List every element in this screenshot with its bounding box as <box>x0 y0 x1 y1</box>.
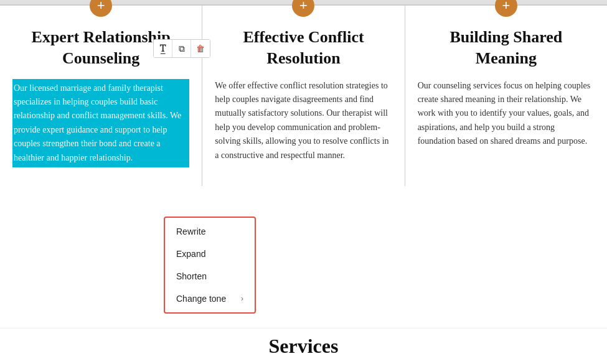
context-menu-item-change-tone[interactable]: Change tone › <box>165 287 255 310</box>
services-title: Services <box>6 335 601 358</box>
context-menu-item-shorten[interactable]: Shorten <box>165 265 255 287</box>
services-section: Services <box>0 328 607 364</box>
column-conflict: + Effective ConflictResolution We offer … <box>202 6 405 186</box>
change-tone-arrow-icon: › <box>241 294 243 303</box>
add-button-meaning[interactable]: + <box>495 0 517 17</box>
copy-button[interactable]: ⧉ <box>172 40 191 57</box>
column-text-conflict: We offer effective conflict resolution s… <box>215 79 392 162</box>
text-toolbar: T̲ ⧉ 🗑 <box>153 39 210 58</box>
delete-icon: 🗑 <box>196 44 205 54</box>
column-title-meaning: Building SharedMeaning <box>418 27 595 69</box>
change-tone-label: Change tone <box>176 294 226 304</box>
expand-label: Expand <box>176 249 205 259</box>
column-text-expert: Our licensed marriage and family therapi… <box>12 79 189 167</box>
text-format-button[interactable]: T̲ <box>154 40 172 57</box>
add-button-expert[interactable]: + <box>90 0 112 17</box>
column-meaning: + Building SharedMeaning Our counseling … <box>405 6 607 186</box>
copy-icon: ⧉ <box>179 44 185 54</box>
delete-button[interactable]: 🗑 <box>191 40 210 57</box>
column-text-meaning: Our counseling services focus on helping… <box>418 79 595 149</box>
context-menu: Rewrite Expand Shorten Change tone › <box>164 217 256 314</box>
column-title-conflict: Effective ConflictResolution <box>215 27 392 69</box>
text-format-icon: T̲ <box>160 44 166 54</box>
add-button-conflict[interactable]: + <box>292 0 314 17</box>
columns-container: + T̲ ⧉ 🗑 Expert RelationshipCounseling O… <box>0 5 607 186</box>
context-menu-item-rewrite[interactable]: Rewrite <box>165 220 255 243</box>
context-menu-item-expand[interactable]: Expand <box>165 243 255 265</box>
rewrite-label: Rewrite <box>176 226 205 236</box>
column-expert: + T̲ ⧉ 🗑 Expert RelationshipCounseling O… <box>0 6 202 186</box>
shorten-label: Shorten <box>176 271 207 281</box>
